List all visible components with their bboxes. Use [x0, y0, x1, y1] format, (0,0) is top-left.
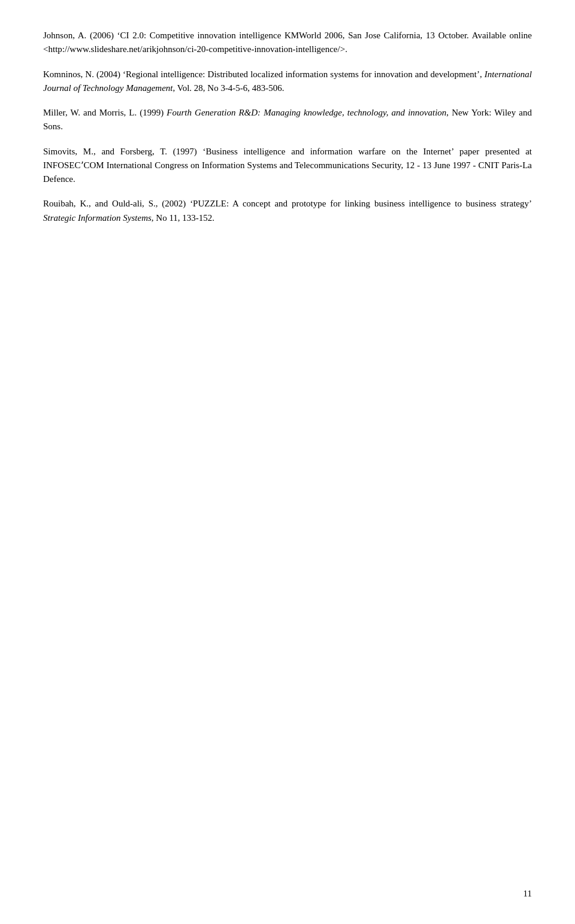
reference-rouibah-text: Rouibah, K., and Ould-ali, S., (2002) ‘P…	[43, 197, 532, 225]
reference-simovits: Simovits, M., and Forsberg, T. (1997) ‘B…	[43, 145, 532, 187]
reference-simovits-text: Simovits, M., and Forsberg, T. (1997) ‘B…	[43, 145, 532, 187]
page-container: Johnson, A. (2006) ‘CI 2.0: Competitive …	[0, 0, 575, 924]
reference-johnson-text: Johnson, A. (2006) ‘CI 2.0: Competitive …	[43, 29, 532, 57]
reference-miller: Miller, W. and Morris, L. (1999) Fourth …	[43, 106, 532, 134]
page-number: 11	[523, 887, 532, 901]
reference-miller-text: Miller, W. and Morris, L. (1999) Fourth …	[43, 106, 532, 134]
reference-komninos: Komninos, N. (2004) ‘Regional intelligen…	[43, 68, 532, 96]
reference-johnson: Johnson, A. (2006) ‘CI 2.0: Competitive …	[43, 29, 532, 57]
reference-rouibah: Rouibah, K., and Ould-ali, S., (2002) ‘P…	[43, 197, 532, 225]
reference-komninos-text: Komninos, N. (2004) ‘Regional intelligen…	[43, 68, 532, 96]
